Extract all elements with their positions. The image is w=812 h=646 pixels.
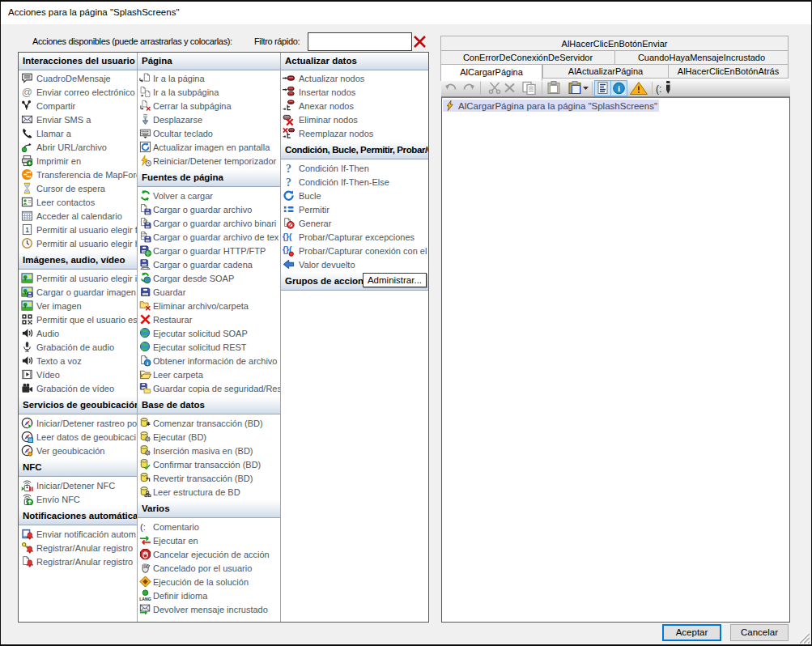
svg-text:@: @ bbox=[22, 86, 32, 98]
svg-text:LANG: LANG bbox=[139, 597, 151, 601]
svg-text:(:: (: bbox=[140, 522, 146, 532]
svg-text:?: ? bbox=[286, 162, 291, 174]
svg-text:<..>: <..> bbox=[142, 266, 148, 270]
svg-text:i: i bbox=[618, 83, 620, 93]
svg-text:?: ? bbox=[286, 176, 291, 188]
svg-text:{}(: {}( bbox=[283, 232, 292, 241]
svg-text:i: i bbox=[147, 360, 148, 367]
svg-text:(:: (: bbox=[656, 83, 661, 95]
